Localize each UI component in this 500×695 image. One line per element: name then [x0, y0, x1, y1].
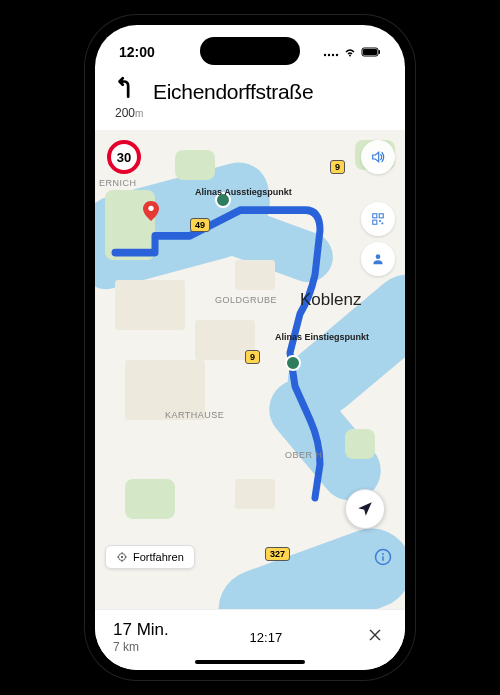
svg-point-8	[148, 206, 153, 211]
navigation-header: Eichendorffstraße 200m	[95, 69, 405, 130]
road-shield: 9	[245, 350, 260, 364]
svg-rect-10	[379, 214, 383, 218]
svg-rect-17	[382, 556, 384, 561]
home-indicator	[195, 660, 305, 664]
svg-point-14	[376, 254, 381, 259]
close-button[interactable]	[363, 623, 387, 652]
svg-point-0	[324, 54, 326, 56]
battery-icon	[361, 47, 381, 57]
crosshair-icon	[116, 551, 128, 563]
map-canvas[interactable]: ERNICH GOLDGRUBE KARTHAUSE OBER H Koblen…	[95, 130, 405, 609]
svg-point-4	[349, 55, 351, 57]
svg-point-3	[336, 54, 338, 56]
status-icons	[323, 47, 381, 57]
continue-button[interactable]: Fortfahren	[105, 545, 195, 569]
route-polyline	[95, 130, 405, 609]
arrival-time: 12:17	[250, 630, 283, 645]
close-icon	[367, 627, 383, 643]
turn-left-icon	[113, 75, 139, 108]
area-label: KARTHAUSE	[165, 410, 224, 420]
area-label: GOLDGRUBE	[215, 295, 277, 305]
speed-limit-sign: 30	[107, 140, 141, 174]
profile-button[interactable]	[361, 242, 395, 276]
city-label: Koblenz	[300, 290, 361, 310]
trip-duration: 17 Min.	[113, 620, 169, 640]
info-icon	[374, 548, 392, 566]
svg-point-16	[382, 553, 384, 555]
location-arrow-icon	[356, 500, 374, 518]
speaker-icon	[370, 149, 386, 165]
svg-rect-7	[379, 50, 381, 54]
continue-label: Fortfahren	[133, 551, 184, 563]
road-shield: 49	[190, 218, 210, 232]
area-label: ERNICH	[99, 178, 137, 188]
street-name: Eichendorffstraße	[153, 80, 313, 104]
svg-rect-11	[373, 220, 377, 224]
person-icon	[371, 252, 385, 266]
svg-rect-6	[363, 49, 377, 55]
svg-rect-13	[382, 223, 384, 225]
destination-pin-icon	[143, 200, 159, 222]
sound-button[interactable]	[361, 140, 395, 174]
road-shield: 9	[330, 160, 345, 174]
svg-rect-9	[373, 214, 377, 218]
area-label: OBER H	[285, 450, 323, 460]
svg-point-2	[332, 54, 334, 56]
trip-distance: 7 km	[113, 640, 169, 654]
road-shield: 327	[265, 547, 290, 561]
poi-dropoff-label: Alinas Ausstiegspunkt	[195, 187, 292, 197]
clock: 12:00	[119, 44, 155, 60]
svg-rect-12	[379, 220, 381, 222]
recenter-button[interactable]	[345, 489, 385, 529]
qr-icon	[371, 212, 385, 226]
turn-distance: 200m	[115, 106, 387, 120]
qr-button[interactable]	[361, 202, 395, 236]
info-button[interactable]	[371, 545, 395, 569]
wifi-icon	[343, 47, 357, 57]
pickup-point-icon	[285, 355, 301, 371]
trip-info: 17 Min. 7 km	[113, 620, 169, 654]
svg-point-1	[328, 54, 330, 56]
poi-pickup-label: Alinas Einstiegspunkt	[275, 332, 369, 342]
signal-icon	[323, 47, 339, 57]
svg-point-19	[121, 556, 123, 558]
